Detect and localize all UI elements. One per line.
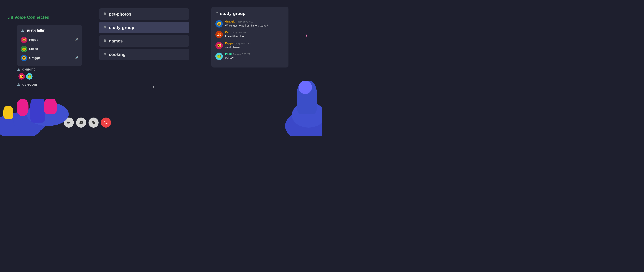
- mute-button[interactable]: [88, 117, 98, 127]
- channel-item-cooking[interactable]: # cooking: [99, 49, 190, 60]
- channel-label-pet-photos: pet-photos: [109, 12, 132, 17]
- chat-username-phibi: Phibi: [225, 53, 232, 56]
- second-channel-avatar-2: 🐸: [26, 73, 32, 80]
- voice-user-peppe: 🐱 Peppe 🎤̸: [21, 35, 78, 44]
- chat-text-cap: I need them too!: [225, 35, 248, 38]
- voice-connected-label: Voice Connected: [14, 15, 50, 20]
- second-channel-avatar-1: 🐱: [18, 73, 25, 80]
- chat-message-graggle: 😊 Graggle Today at 9:18 AM Who's got not…: [216, 20, 284, 28]
- chat-content-graggle: Graggle Today at 9:18 AM Who's got notes…: [225, 20, 268, 28]
- channel-label-cooking: cooking: [109, 52, 126, 57]
- second-channel-users: 🐱 🐸: [18, 73, 82, 80]
- chat-header-phibi: Phibi Today at 9:30 AM: [225, 53, 250, 56]
- chat-timestamp-graggle: Today at 9:18 AM: [236, 21, 253, 23]
- chat-avatar-graggle: 😊: [216, 20, 223, 28]
- second-channel-section: 🔈 d-night 🐱 🐸: [17, 67, 82, 80]
- mute-icon-peppe: 🎤̸: [74, 38, 78, 42]
- channels-panel: # pet-photos # study-group # games # coo…: [99, 9, 190, 62]
- chat-avatar-peppe-chat: 🐱: [216, 42, 223, 49]
- username-peppe: Peppe: [29, 38, 38, 42]
- chat-title-row: # study-group: [216, 11, 284, 16]
- chat-username-cap: Cap: [225, 31, 230, 34]
- second-channel-name: 🔈 d-night: [17, 67, 82, 72]
- character-blue-big: [30, 99, 45, 122]
- character-yellow: [3, 106, 14, 119]
- chat-text-phibi: me too!: [225, 56, 250, 60]
- channel-item-games[interactable]: # games: [99, 35, 190, 47]
- chat-avatar-cap: 🦊: [216, 31, 223, 38]
- voice-user-peppe-left: 🐱 Peppe: [21, 37, 38, 43]
- hash-icon-1: #: [104, 12, 106, 17]
- sparkle-decoration-6: [152, 86, 154, 89]
- chat-panel: # study-group 😊 Graggle Today at 9:18 AM…: [211, 7, 288, 67]
- hash-icon-3: #: [104, 38, 106, 44]
- voice-channel-header: 🔈 just-chillin: [21, 28, 78, 33]
- chat-username-graggle: Graggle: [225, 20, 235, 23]
- character-pink-small: [17, 99, 28, 116]
- voice-user-graggle-left: 😊 Graggle: [21, 55, 40, 61]
- channel-item-study-group[interactable]: # study-group: [99, 22, 190, 33]
- chat-title-text: study-group: [220, 11, 246, 16]
- avatar-peppe: 🐱: [21, 37, 27, 43]
- hash-icon-2: #: [104, 25, 106, 30]
- chat-header-graggle: Graggle Today at 9:18 AM: [225, 20, 268, 23]
- voice-user-graggle: 😊 Graggle 🎤̸: [21, 53, 78, 62]
- signal-icon: [8, 16, 13, 19]
- chat-username-peppe: Peppe: [225, 42, 233, 45]
- chat-hash-icon: #: [216, 11, 218, 16]
- chat-header-cap: Cap Today at 9:19 AM: [225, 31, 248, 34]
- sparkle-decoration-7: [305, 34, 308, 38]
- hash-icon-4: #: [104, 52, 106, 57]
- study-channel-label: 🔈 dy-room: [17, 82, 37, 87]
- chat-content-phibi: Phibi Today at 9:30 AM me too!: [225, 53, 250, 60]
- chat-avatar-phibi: 🐸: [216, 53, 223, 60]
- voice-user-locke: 🐸 Locke: [21, 44, 78, 53]
- avatar-graggle: 😊: [21, 55, 27, 61]
- mute-icon-graggle: 🎤̸: [74, 56, 78, 60]
- left-illustration: [0, 99, 82, 136]
- voice-user-locke-left: 🐸 Locke: [21, 46, 38, 52]
- chat-timestamp-peppe: Today at 9:22 AM: [234, 42, 251, 45]
- voice-channel-name: just-chillin: [27, 28, 46, 33]
- chat-content-peppe: Peppe Today at 9:22 AM send please: [225, 42, 251, 49]
- chat-message-cap: 🦊 Cap Today at 9:19 AM I need them too!: [216, 31, 284, 38]
- voice-panel: 🔈 just-chillin 🐱 Peppe 🎤̸ 🐸 Locke 😊 Grag…: [17, 25, 82, 66]
- chat-message-phibi: 🐸 Phibi Today at 9:30 AM me too!: [216, 53, 284, 60]
- right-illustration: [267, 72, 322, 136]
- character-right-head: [298, 81, 312, 94]
- chat-header-peppe: Peppe Today at 9:22 AM: [225, 42, 251, 45]
- end-call-button[interactable]: [101, 117, 111, 127]
- avatar-locke: 🐸: [21, 46, 27, 52]
- chat-timestamp-cap: Today at 9:19 AM: [232, 31, 248, 34]
- chat-text-graggle: Who's got notes from history today?: [225, 24, 268, 28]
- chat-text-peppe: send please: [225, 46, 251, 49]
- speaker-icon: 🔈: [21, 28, 25, 33]
- username-locke: Locke: [29, 47, 38, 51]
- character-pink-big: [44, 99, 57, 114]
- chat-message-peppe: 🐱 Peppe Today at 9:22 AM send please: [216, 42, 284, 49]
- channel-label-study-group: study-group: [109, 25, 134, 30]
- username-graggle: Graggle: [29, 56, 40, 60]
- chat-timestamp-phibi: Today at 9:30 AM: [233, 53, 250, 55]
- channel-label-games: games: [109, 39, 123, 44]
- chat-content-cap: Cap Today at 9:19 AM I need them too!: [225, 31, 248, 38]
- voice-connected-badge: Voice Connected: [8, 15, 50, 20]
- channel-item-pet-photos[interactable]: # pet-photos: [99, 9, 190, 20]
